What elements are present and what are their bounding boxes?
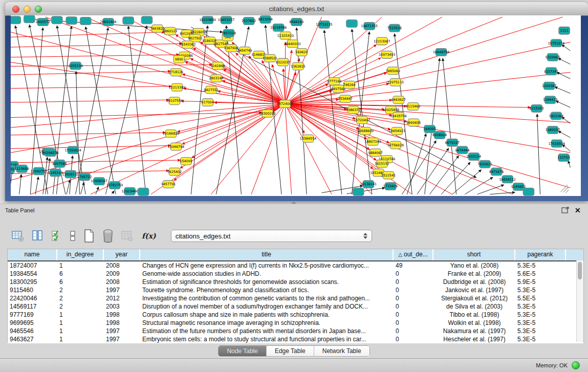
graph-node[interactable]: 15046798	[168, 143, 184, 150]
memory-status-icon[interactable]	[572, 361, 580, 369]
graph-node[interactable]	[141, 16, 153, 24]
graph-node[interactable]: 8466160	[289, 18, 303, 26]
graph-node[interactable]: 7986372	[346, 106, 360, 114]
graph-node[interactable]: 18107554	[166, 97, 183, 105]
table-row[interactable]: 2242004622012Investigating the contribut…	[8, 294, 583, 302]
graph-node[interactable]	[66, 17, 77, 25]
table-row[interactable]: 969969511998Structural magnetic resonanc…	[8, 319, 583, 327]
delete-table-icon[interactable]	[102, 229, 114, 243]
graph-node[interactable]: 17016504	[549, 140, 565, 147]
graph-node[interactable]: 12975115	[387, 78, 404, 86]
graph-node[interactable]: 6679197	[445, 139, 460, 146]
column-header-name[interactable]: name	[8, 249, 57, 260]
graph-node[interactable]: 9097588	[52, 160, 67, 168]
graph-node[interactable]: 7625402	[167, 168, 182, 176]
table-selector-dropdown[interactable]: citations_edges.txt	[171, 230, 372, 242]
graph-node[interactable]: 2935114	[467, 153, 481, 161]
graph-node[interactable]: 19218586	[270, 24, 287, 32]
graph-node[interactable]: 12923446	[121, 187, 138, 195]
graph-node[interactable]: 1209387	[542, 82, 556, 90]
graph-node[interactable]: 110753	[557, 154, 570, 162]
graph-node[interactable]: 10719135	[316, 21, 332, 29]
graph-node[interactable]: 1362615	[291, 62, 305, 70]
graph-node[interactable]: 16136141	[360, 181, 377, 188]
graph-node[interactable]	[346, 20, 358, 28]
graph-node[interactable]: 16033809	[200, 16, 216, 24]
graph-node[interactable]: 917004	[202, 99, 214, 106]
graph-node[interactable]: 10973493	[379, 51, 395, 59]
select-columns-icon[interactable]	[51, 229, 62, 243]
graph-node[interactable]: 12213389	[169, 83, 185, 91]
graph-node[interactable]: 7515526	[387, 24, 402, 32]
graph-node[interactable]: 746264	[343, 81, 355, 89]
graph-node[interactable]	[138, 188, 149, 195]
graph-node[interactable]: 1244413	[543, 96, 557, 104]
graph-node[interactable]: 9227341	[544, 68, 558, 75]
scrollbar-thumb[interactable]	[578, 262, 582, 279]
table-row[interactable]: 1872400712008Changes of HCN gene express…	[8, 261, 583, 270]
graph-node[interactable]: 8471676	[489, 168, 504, 176]
table-row[interactable]: 946362711997Embryonic stem cells: a mode…	[8, 335, 583, 343]
graph-node[interactable]: 1615152	[375, 160, 389, 168]
graph-node[interactable]: 15720407	[354, 116, 370, 124]
graph-node[interactable]: 2522541	[381, 171, 396, 179]
graph-node[interactable]	[80, 17, 91, 25]
network-canvas[interactable]: 1872400776638228860123891295418226058982…	[11, 15, 581, 196]
graph-node[interactable]	[523, 188, 534, 195]
graph-node[interactable]: 14671355	[361, 23, 378, 30]
graph-node[interactable]: 9457791	[161, 181, 176, 188]
graph-node[interactable]: 19166829	[163, 130, 179, 138]
table-row[interactable]: 1938455462009Genome-wide association stu…	[8, 270, 583, 278]
graph-node[interactable]: 10756928	[387, 141, 404, 149]
graph-node[interactable]: 169620	[295, 49, 308, 56]
graph-node[interactable]: 8813054	[258, 16, 272, 24]
graph-node[interactable]: 9242848	[210, 62, 225, 70]
graph-node[interactable]: 8215955	[529, 105, 543, 113]
graph-node[interactable]: 2055334	[68, 62, 82, 70]
graph-node[interactable]: 1588520	[263, 54, 277, 62]
graph-node[interactable]: 8427552	[204, 86, 218, 94]
graph-node[interactable]: 2718126	[169, 69, 183, 76]
graph-node[interactable]: 8860123	[163, 27, 177, 35]
tab-network-table[interactable]: Network Table	[314, 346, 369, 356]
graph-node[interactable]	[52, 16, 63, 24]
graph-node[interactable]: 7632621	[477, 160, 492, 168]
graph-node[interactable]: 7857224	[222, 29, 236, 37]
graph-node[interactable]: 2536447	[338, 95, 353, 103]
graph-node[interactable]: 9463627	[391, 96, 406, 104]
graph-node[interactable]: 15584554	[300, 135, 316, 142]
graph-node[interactable]: 10958167	[91, 178, 107, 185]
graph-node[interactable]: 1115686	[14, 165, 29, 172]
graph-node[interactable]: 1733426	[383, 183, 398, 190]
graph-node[interactable]: 154099	[180, 158, 192, 165]
graph-node[interactable]: 16648784	[433, 49, 449, 56]
table-row[interactable]: 911546021997Tourette syndrome. Phenomeno…	[8, 286, 583, 294]
window-titlebar[interactable]: citations_edges.txt	[5, 2, 588, 16]
graph-node[interactable]: 10654112	[499, 176, 516, 183]
graph-node[interactable]: 9890	[173, 55, 185, 63]
graph-node[interactable]	[123, 17, 134, 25]
graph-node[interactable]: 12213967	[374, 37, 390, 45]
table-row[interactable]: 946554611997Estimation of the future num…	[8, 327, 583, 335]
float-panel-icon[interactable]	[561, 207, 570, 214]
column-header-title[interactable]: title	[140, 249, 394, 260]
graph-node[interactable]: 2803144	[209, 75, 223, 82]
column-header-year[interactable]: year	[104, 249, 140, 260]
show-columns-icon[interactable]	[31, 229, 45, 243]
graph-node[interactable]: 9899695	[406, 119, 421, 126]
column-header-short[interactable]: short	[433, 249, 515, 260]
graph-node[interactable]: 9884067	[368, 149, 382, 157]
zoom-window-button[interactable]	[35, 6, 42, 13]
graph-node[interactable]: 16782759	[106, 182, 123, 189]
graph-node[interactable]: 1795722	[77, 173, 92, 181]
table-row[interactable]: 977716911998Corpus callosum shape and si…	[8, 311, 583, 319]
function-builder-icon[interactable]: f(x)	[142, 232, 156, 240]
graph-node[interactable]: 1527602	[242, 17, 256, 25]
table-mode-icon[interactable]	[11, 229, 25, 243]
graph-node[interactable]: 11325419	[277, 32, 294, 39]
graph-node[interactable]: 9777169	[327, 78, 341, 85]
graph-node[interactable]: 2367608	[224, 45, 238, 52]
graph-node[interactable]: 8454749	[237, 47, 252, 55]
new-table-icon[interactable]	[83, 229, 95, 243]
graph-node[interactable]: 164095	[423, 125, 435, 133]
